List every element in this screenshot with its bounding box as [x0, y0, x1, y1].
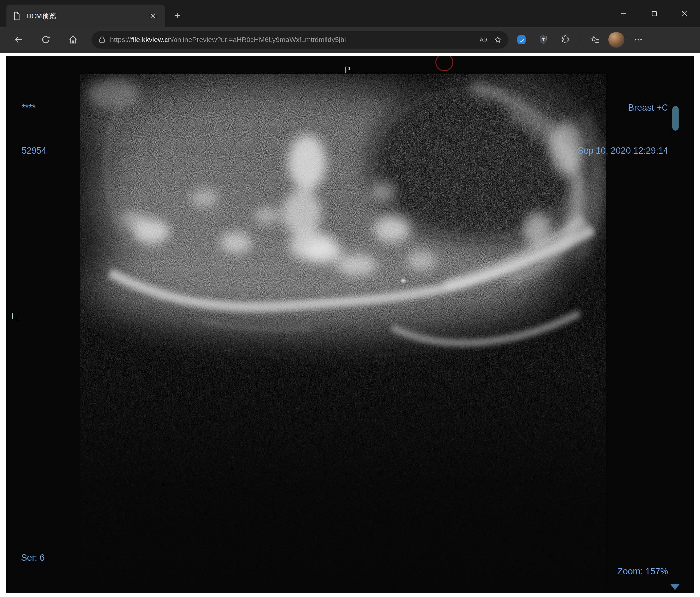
tab-dcm-preview[interactable]: DCM预览	[6, 5, 165, 27]
svg-text:T: T	[542, 37, 545, 43]
home-button[interactable]	[65, 31, 82, 48]
dicom-viewer[interactable]: **** 52954 Breast +C Sep 10, 2020 12:29:…	[6, 56, 694, 593]
zoom-level: Zoom: 157%	[566, 565, 668, 578]
toolbar-divider	[580, 34, 581, 46]
content-page: **** 52954 Breast +C Sep 10, 2020 12:29:…	[0, 53, 700, 597]
patient-info-overlay: **** 52954	[22, 72, 46, 186]
browser-window: DCM预览	[0, 0, 700, 597]
read-aloud-icon[interactable]: A	[476, 32, 490, 47]
favorites-hub-icon[interactable]	[586, 31, 604, 48]
display-info-overlay: Zoom: 157% W: 778 L: 389 Lossless / Unco…	[566, 537, 668, 593]
study-description: Breast +C	[578, 101, 668, 115]
shield-t-extension-icon[interactable]: T	[535, 31, 552, 48]
image-number: Img: 201 1/545	[21, 592, 149, 593]
patient-id-masked: ****	[22, 101, 46, 115]
url-path: /onlinePreview?url=aHR0cHM6Ly9maWxlLmtrd…	[172, 36, 346, 44]
new-tab-button[interactable]	[170, 8, 185, 23]
window-controls	[608, 0, 700, 27]
scroll-down-arrow-icon[interactable]	[671, 584, 680, 590]
profile-avatar[interactable]	[608, 32, 624, 48]
document-icon	[12, 11, 21, 21]
tab-strip: DCM预览	[0, 0, 700, 27]
viewer-scrollbar-thumb[interactable]	[672, 106, 679, 131]
minimize-button[interactable]	[608, 0, 639, 27]
maximize-button[interactable]	[639, 0, 670, 27]
tab-close-icon[interactable]	[146, 9, 159, 22]
url-scheme: https://	[110, 36, 131, 44]
url-domain: file.kkview.cn	[131, 36, 172, 44]
orientation-marker-left: L	[11, 309, 16, 324]
extensions-puzzle-icon[interactable]	[557, 31, 574, 48]
refresh-button[interactable]	[37, 31, 54, 48]
patient-number: 52954	[22, 144, 46, 158]
series-info-overlay: Ser: 6 Img: 201 1/545 512 x 512 Loc: 109…	[21, 523, 149, 593]
blue-extension-icon[interactable]	[513, 31, 530, 48]
window-close-button[interactable]	[670, 0, 700, 27]
svg-text:A: A	[480, 37, 484, 43]
orientation-marker-posterior: P	[345, 63, 351, 77]
url-text: https://file.kkview.cn/onlinePreview?url…	[110, 36, 476, 44]
study-datetime: Sep 10, 2020 12:29:14	[578, 144, 668, 158]
study-info-overlay: Breast +C Sep 10, 2020 12:29:14	[578, 72, 668, 186]
series-number: Ser: 6	[21, 550, 149, 565]
address-bar[interactable]: https://file.kkview.cn/onlinePreview?url…	[92, 31, 508, 49]
dicom-scan-image	[80, 74, 606, 593]
annotation-circle	[435, 56, 453, 71]
more-icon[interactable]	[630, 31, 647, 48]
tab-title: DCM预览	[26, 11, 146, 21]
lock-icon[interactable]	[98, 36, 105, 44]
back-button[interactable]	[10, 31, 27, 48]
browser-toolbar: https://file.kkview.cn/onlinePreview?url…	[0, 27, 700, 53]
favorite-star-icon[interactable]	[490, 32, 505, 47]
